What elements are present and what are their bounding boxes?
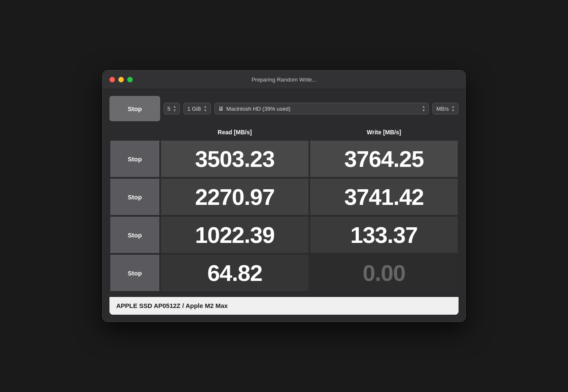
unit-value: MB/s: [436, 106, 449, 112]
app-window: Preparing Random Write... Stop 5 ▲ ▼ 1 G…: [102, 70, 466, 322]
table-row: Stop64.820.00: [109, 254, 459, 292]
window-title: Preparing Random Write...: [251, 76, 317, 83]
stop-button-1[interactable]: Stop: [110, 185, 159, 209]
footer: APPLE SSD AP0512Z / Apple M2 Max: [109, 297, 459, 315]
read-cell-0: 3503.23: [160, 140, 309, 178]
write-cell-1: 3741.42: [309, 178, 459, 216]
unit-down-icon[interactable]: ▼: [451, 109, 455, 112]
table-header-row: Read [MB/s] Write [MB/s]: [109, 126, 459, 140]
count-stepper[interactable]: 5 ▲ ▼: [164, 103, 180, 114]
count-value: 5: [167, 106, 170, 112]
read-cell-2: 1022.39: [160, 216, 309, 254]
stop-cell-0: Stop: [109, 140, 160, 178]
minimize-button[interactable]: [118, 77, 124, 82]
write-value-0: 3764.25: [344, 146, 423, 172]
table-row: Stop1022.39133.37: [109, 216, 459, 254]
traffic-lights: [109, 77, 133, 82]
size-value: 1 GiB: [187, 106, 201, 112]
write-cell-2: 133.37: [309, 216, 459, 254]
header-read: Read [MB/s]: [160, 126, 309, 140]
maximize-button[interactable]: [127, 77, 133, 82]
read-cell-1: 2270.97: [160, 178, 309, 216]
write-value-1: 3741.42: [344, 184, 423, 210]
drive-arrows[interactable]: ▲ ▼: [422, 105, 426, 112]
header-write: Write [MB/s]: [309, 126, 459, 140]
stop-button-2[interactable]: Stop: [110, 223, 159, 247]
table-row: Stop2270.973741.42: [109, 178, 459, 216]
device-label: APPLE SSD AP0512Z / Apple M2 Max: [116, 302, 228, 309]
stop-cell-2: Stop: [109, 216, 160, 254]
size-dropdown[interactable]: 1 GiB ▲ ▼: [183, 103, 210, 114]
unit-up-icon[interactable]: ▲: [451, 105, 455, 109]
stop-button-0[interactable]: Stop: [110, 147, 159, 171]
stop-cell-1: Stop: [109, 178, 160, 216]
read-value-1: 2270.97: [195, 184, 274, 210]
size-down-icon[interactable]: ▼: [204, 109, 207, 112]
count-down-icon[interactable]: ▼: [173, 109, 176, 112]
main-content: Stop 5 ▲ ▼ 1 GiB ▲ ▼ 🖥 Macintosh HD (39%…: [103, 89, 465, 321]
unit-arrows[interactable]: ▲ ▼: [451, 105, 455, 112]
titlebar: Preparing Random Write...: [103, 71, 465, 89]
write-cell-0: 3764.25: [309, 140, 459, 178]
read-value-0: 3503.23: [195, 146, 274, 172]
write-value-2: 133.37: [350, 222, 418, 248]
benchmark-table: Read [MB/s] Write [MB/s] Stop3503.233764…: [109, 126, 459, 292]
drive-icon: 🖥: [218, 105, 224, 112]
write-value-3: 0.00: [363, 260, 405, 286]
table-row: Stop3503.233764.25: [109, 140, 459, 178]
write-cell-3: 0.00: [309, 254, 459, 292]
stop-main-button[interactable]: Stop: [109, 96, 160, 121]
stop-button-3[interactable]: Stop: [110, 261, 159, 285]
drive-up-icon[interactable]: ▲: [422, 105, 426, 109]
drive-dropdown[interactable]: 🖥 Macintosh HD (39% used) ▲ ▼: [214, 103, 429, 114]
drive-label: Macintosh HD (39% used): [227, 106, 291, 112]
read-value-3: 64.82: [207, 260, 262, 286]
stop-cell-3: Stop: [109, 254, 160, 292]
count-up-icon[interactable]: ▲: [173, 105, 176, 109]
unit-dropdown[interactable]: MB/s ▲ ▼: [432, 103, 459, 114]
close-button[interactable]: [109, 77, 115, 82]
size-arrows[interactable]: ▲ ▼: [204, 105, 207, 112]
count-arrows[interactable]: ▲ ▼: [173, 105, 176, 112]
header-empty: [109, 126, 160, 140]
drive-down-icon[interactable]: ▼: [422, 109, 426, 112]
read-value-2: 1022.39: [195, 222, 274, 248]
read-cell-3: 64.82: [160, 254, 309, 292]
toolbar: Stop 5 ▲ ▼ 1 GiB ▲ ▼ 🖥 Macintosh HD (39%…: [109, 96, 459, 121]
size-up-icon[interactable]: ▲: [204, 105, 207, 109]
